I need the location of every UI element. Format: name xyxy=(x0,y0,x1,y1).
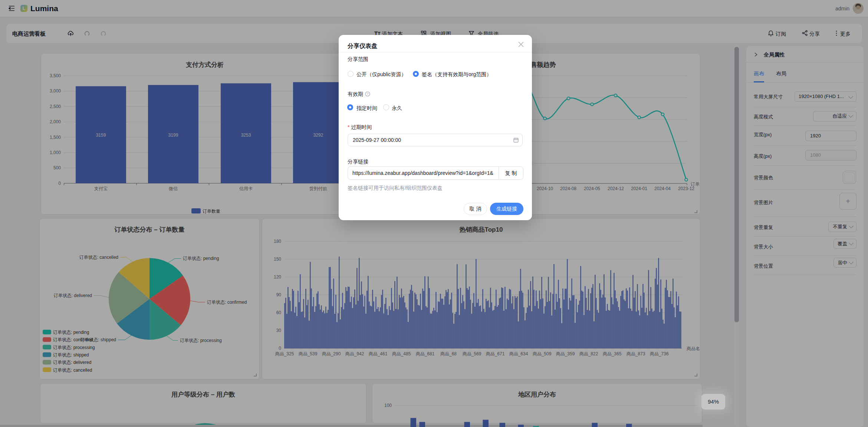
svg-text:?: ? xyxy=(366,92,368,96)
